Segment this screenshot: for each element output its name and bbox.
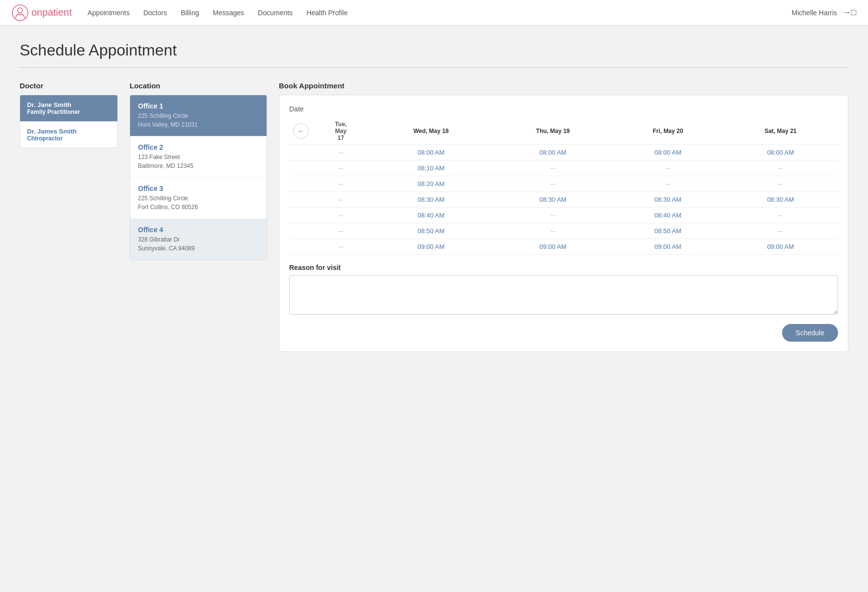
time-slot-empty: -- (493, 161, 613, 176)
col-sat-header: Sat, May 21 (723, 118, 838, 145)
time-slot-available[interactable]: 08:30 AM (613, 192, 723, 208)
nav-spacer (289, 192, 313, 208)
time-slot-available[interactable]: 09:00 AM (613, 239, 723, 255)
location-office3[interactable]: Office 3 225 Schilling Circle Fort Colli… (130, 178, 267, 219)
nav-messages[interactable]: Messages (213, 9, 244, 17)
loc-addr-3: 225 Schilling Circle Fort Collins, CO 80… (138, 194, 259, 212)
nav-spacer (289, 223, 313, 239)
location-section-label: Location (130, 81, 267, 90)
time-slot-empty: -- (313, 192, 369, 208)
nav-doctors[interactable]: Doctors (143, 9, 167, 17)
time-slot-empty: -- (723, 176, 838, 192)
doctor-item-jane[interactable]: Dr. Jane Smith Family Practitioner (20, 95, 117, 122)
loc-addr-4: 328 Gibraltar Dr Sunnyvale, CA 94089 (138, 235, 259, 253)
time-slot-available[interactable]: 08:50 AM (369, 223, 493, 239)
nav-spacer (289, 145, 313, 161)
time-slot-available[interactable]: 08:40 AM (369, 208, 493, 223)
loc-name-4: Office 4 (138, 226, 259, 234)
time-slot-available[interactable]: 08:20 AM (369, 176, 493, 192)
time-slot-empty: -- (313, 176, 369, 192)
nav-health-profile[interactable]: Health Profile (306, 9, 348, 17)
time-slot-available[interactable]: 08:10 AM (369, 161, 493, 176)
doctor-section-label: Doctor (20, 81, 118, 90)
time-slot-available[interactable]: 09:00 AM (723, 239, 838, 255)
time-slot-available[interactable]: 08:50 AM (613, 223, 723, 239)
logout-icon[interactable]: →□ (842, 7, 856, 18)
date-label: Date (289, 105, 838, 113)
doctor-name-jane: Dr. Jane Smith (27, 101, 110, 108)
page-title: Schedule Appointment (20, 41, 848, 68)
time-slot-available[interactable]: 08:40 AM (613, 208, 723, 223)
page-content: Schedule Appointment Doctor Dr. Jane Smi… (0, 26, 868, 368)
reason-textarea[interactable] (289, 275, 838, 315)
navbar: onpatient Appointments Doctors Billing M… (0, 0, 868, 26)
nav-spacer (289, 239, 313, 255)
loc-addr-2: 123 Fake Street Baltimore, MD 12345 (138, 153, 259, 170)
time-slot-empty: -- (613, 161, 723, 176)
reason-label: Reason for visit (289, 264, 838, 271)
time-slot-empty: -- (493, 176, 613, 192)
col-wed-header: Wed, May 18 (369, 118, 493, 145)
time-slot-empty: -- (313, 223, 369, 239)
time-slot-available[interactable]: 08:30 AM (493, 192, 613, 208)
schedule-btn-row: Schedule (289, 324, 838, 342)
table-row: --08:50 AM--08:50 AM-- (289, 223, 838, 239)
table-row: --08:40 AM--08:40 AM-- (289, 208, 838, 223)
time-slot-available[interactable]: 08:30 AM (723, 192, 838, 208)
username: Michelle Harris (792, 9, 838, 17)
time-slot-empty: -- (723, 208, 838, 223)
time-slot-available[interactable]: 08:30 AM (369, 192, 493, 208)
time-slot-available[interactable]: 09:00 AM (369, 239, 493, 255)
schedule-button[interactable]: Schedule (782, 324, 838, 342)
doctor-specialty-james: Chiropractor (27, 135, 110, 142)
location-office1[interactable]: Office 1 225 Schilling Circle Hunt Valle… (130, 95, 267, 136)
nav-appointments[interactable]: Appointments (87, 9, 130, 17)
logo-text: onpatient (31, 7, 72, 18)
table-row: --08:20 AM------ (289, 176, 838, 192)
doctor-section: Doctor Dr. Jane Smith Family Practitione… (20, 81, 118, 148)
main-grid: Doctor Dr. Jane Smith Family Practitione… (20, 81, 848, 352)
location-panel: Office 1 225 Schilling Circle Hunt Valle… (130, 95, 267, 260)
doctor-item-james[interactable]: Dr. James Smith Chiropractor (20, 122, 117, 148)
table-row: --08:00 AM08:00 AM08:00 AM08:00 AM (289, 145, 838, 161)
svg-point-1 (18, 8, 23, 13)
doctor-specialty-jane: Family Practitioner (27, 108, 110, 115)
time-slot-empty: -- (313, 161, 369, 176)
time-slot-available[interactable]: 08:00 AM (613, 145, 723, 161)
nav-spacer (289, 208, 313, 223)
time-slot-empty: -- (493, 208, 613, 223)
time-slot-available[interactable]: 08:00 AM (723, 145, 838, 161)
book-card: Date ← Tue,May17 Wed, May 18 (279, 95, 848, 352)
time-slot-available[interactable]: 08:00 AM (369, 145, 493, 161)
col-fri-header: Fri, May 20 (613, 118, 723, 145)
nav-links: Appointments Doctors Billing Messages Do… (87, 9, 791, 17)
loc-name-3: Office 3 (138, 185, 259, 192)
logo-icon (12, 4, 28, 21)
time-slot-available[interactable]: 09:00 AM (493, 239, 613, 255)
col-tue-header: Tue,May17 (313, 118, 369, 145)
time-slot-empty: -- (723, 223, 838, 239)
loc-name-1: Office 1 (138, 102, 259, 110)
nav-col-header: ← (289, 118, 313, 145)
time-slot-empty: -- (313, 239, 369, 255)
loc-addr-1: 225 Schilling Circle Hunt Valley, MD 210… (138, 111, 259, 129)
location-office4[interactable]: Office 4 328 Gibraltar Dr Sunnyvale, CA … (130, 219, 267, 260)
time-slot-available[interactable]: 08:00 AM (493, 145, 613, 161)
time-slot-empty: -- (493, 223, 613, 239)
nav-documents[interactable]: Documents (258, 9, 293, 17)
table-row: --08:10 AM------ (289, 161, 838, 176)
logo[interactable]: onpatient (12, 4, 72, 21)
table-row: --08:30 AM08:30 AM08:30 AM08:30 AM (289, 192, 838, 208)
nav-billing[interactable]: Billing (181, 9, 199, 17)
col-thu-header: Thu, May 19 (493, 118, 613, 145)
prev-week-button[interactable]: ← (293, 123, 309, 139)
book-section-label: Book Appointment (279, 81, 848, 90)
location-office2[interactable]: Office 2 123 Fake Street Baltimore, MD 1… (130, 136, 267, 178)
time-slot-empty: -- (613, 176, 723, 192)
nav-spacer (289, 161, 313, 176)
doctor-panel: Dr. Jane Smith Family Practitioner Dr. J… (20, 95, 118, 148)
table-row: --09:00 AM09:00 AM09:00 AM09:00 AM (289, 239, 838, 255)
nav-spacer (289, 176, 313, 192)
time-slot-empty: -- (313, 208, 369, 223)
location-section: Location Office 1 225 Schilling Circle H… (130, 81, 267, 260)
